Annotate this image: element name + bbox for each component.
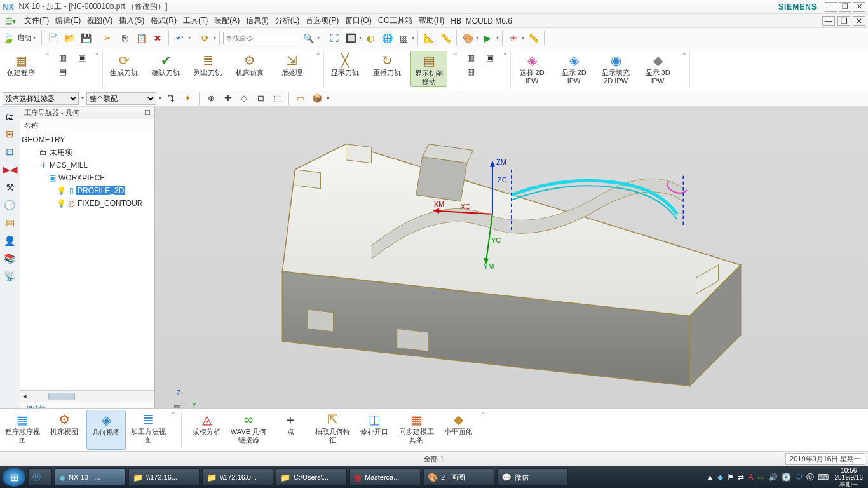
sm-3[interactable]: ▣ bbox=[75, 51, 89, 64]
facet-button[interactable]: ◆小平面化 bbox=[438, 410, 478, 450]
menu-gctoolbox[interactable]: GC工具箱 bbox=[378, 15, 412, 26]
tree-hscroll[interactable]: ◂ bbox=[20, 390, 154, 402]
show-3dipw-button[interactable]: ◆显示 3D IPW bbox=[639, 51, 676, 86]
palette-icon[interactable]: 🎨 bbox=[460, 30, 475, 46]
zoom-icon[interactable]: 🔲 bbox=[343, 30, 358, 46]
repair-opening[interactable]: ◫修补开口 bbox=[355, 410, 394, 450]
sm-2[interactable]: ▤ bbox=[56, 65, 70, 78]
tree-mcs[interactable]: -✛MCS_MILL bbox=[20, 159, 154, 172]
snap2-icon[interactable]: ✚ bbox=[220, 92, 234, 105]
group3-expander[interactable]: » bbox=[452, 51, 458, 57]
sync-model-toolbar[interactable]: ▦同步建模工具条 bbox=[397, 410, 436, 450]
postprocess-button[interactable]: ⇲后处理 bbox=[273, 51, 310, 78]
delete-button[interactable]: ✖ bbox=[150, 30, 165, 46]
tray-nv-icon[interactable]: ▭ bbox=[757, 473, 764, 482]
snap5-icon[interactable]: ⬚ bbox=[270, 92, 284, 105]
menu-prefs[interactable]: 首选项(P) bbox=[306, 15, 339, 26]
show-2dipw-button[interactable]: ◈显示 2D IPW bbox=[555, 51, 592, 86]
menu-window[interactable]: 窗口(O) bbox=[345, 15, 371, 26]
minimize-button[interactable]: — bbox=[825, 2, 837, 12]
copy-button[interactable]: ⎘ bbox=[117, 30, 132, 46]
task-item[interactable]: 💬微信 bbox=[497, 468, 568, 486]
program-order-view[interactable]: ▤程序顺序视图 bbox=[3, 410, 42, 450]
measure2-icon[interactable]: 📏 bbox=[438, 30, 453, 46]
task-item[interactable]: ◆NX 10 - ... bbox=[55, 468, 126, 486]
select-2dipw-button[interactable]: ◈选择 2D IPW bbox=[513, 51, 550, 86]
paste-button[interactable]: 📋 bbox=[133, 30, 149, 46]
create-program-button[interactable]: ▦创建程序 bbox=[3, 51, 39, 78]
group2s-expander[interactable]: » bbox=[94, 51, 100, 57]
task-item[interactable]: 📁\\172.16.0... bbox=[202, 468, 273, 486]
maximize-button[interactable]: ❐ bbox=[839, 2, 851, 12]
rail-part-nav-icon[interactable]: 🗂 bbox=[2, 108, 18, 125]
show-fill-2dipw-button[interactable]: ◉显示填充 2D IPW bbox=[597, 51, 634, 86]
menu-edit[interactable]: 编辑(E) bbox=[55, 15, 81, 26]
group2-expander[interactable]: » bbox=[315, 51, 321, 57]
rail-layers-icon[interactable]: ▤ bbox=[2, 215, 18, 231]
point-button[interactable]: ＋点 bbox=[271, 410, 310, 450]
menu-view[interactable]: 视图(V) bbox=[87, 15, 112, 26]
task-ie[interactable]: ⓔ bbox=[28, 468, 52, 486]
tree-profile3d[interactable]: 💡▯PROFILE_3D bbox=[20, 184, 154, 197]
tray-net-icon[interactable]: ⇄ bbox=[738, 473, 744, 482]
launch-button[interactable]: 🍃 启动 ▾ bbox=[3, 32, 36, 44]
selection-scope[interactable]: 整个装配 bbox=[86, 92, 156, 105]
replay-toolpath-button[interactable]: ↻重播刀轨 bbox=[369, 51, 405, 78]
draft-analysis[interactable]: ◬拔模分析 bbox=[187, 410, 226, 450]
wave-linker[interactable]: ∞WAVE 几何链接器 bbox=[229, 410, 268, 450]
tree-workpiece[interactable]: -▣WORKPIECE bbox=[20, 172, 154, 184]
tray-disk-icon[interactable]: 💽 bbox=[782, 473, 791, 482]
rail-web-icon[interactable]: 📡 bbox=[2, 268, 18, 285]
repeat-drop[interactable]: ▾ bbox=[214, 35, 216, 41]
selection-filter[interactable]: 没有选择过滤器 bbox=[3, 92, 79, 105]
operation-tree[interactable]: GEOMETRY 🗀未用项 -✛MCS_MILL -▣WORKPIECE 💡▯P… bbox=[20, 132, 154, 390]
box-icon[interactable]: ▭ bbox=[294, 92, 308, 105]
new-button[interactable]: 📄 bbox=[45, 30, 60, 46]
green-flag-icon[interactable]: ▶ bbox=[480, 30, 495, 46]
tray-a-icon[interactable]: A bbox=[748, 473, 753, 482]
rail-history-icon[interactable]: 🕑 bbox=[2, 197, 18, 214]
group3s-expander[interactable]: » bbox=[502, 51, 508, 57]
childwin-close[interactable]: ✕ bbox=[853, 16, 865, 26]
tray-def-icon[interactable]: 🛡 bbox=[795, 473, 803, 482]
tree-unused[interactable]: 🗀未用项 bbox=[20, 146, 154, 159]
menu-tools[interactable]: 工具(T) bbox=[183, 15, 208, 26]
bottom-exp1[interactable]: » bbox=[170, 410, 176, 450]
machine-sim-button[interactable]: ⚙机床仿真 bbox=[231, 51, 268, 78]
menu-file[interactable]: 文件(F) bbox=[24, 15, 49, 26]
verify-toolpath-button[interactable]: ✔确认刀轨 bbox=[147, 51, 184, 78]
cut-button[interactable]: ✂ bbox=[100, 30, 116, 46]
pin-icon[interactable]: ☐ bbox=[144, 109, 151, 117]
menu-insert[interactable]: 插入(S) bbox=[119, 15, 144, 26]
menu-assembly[interactable]: 装配(A) bbox=[214, 15, 240, 26]
tray-usb-icon[interactable]: Ⓤ bbox=[806, 472, 814, 483]
start-button[interactable]: ⊞ bbox=[3, 468, 25, 487]
tray-vol-icon[interactable]: 🔊 bbox=[768, 473, 778, 482]
rail-assembly-icon[interactable]: ⊞ bbox=[2, 126, 18, 142]
snap1-icon[interactable]: ⊕ bbox=[204, 92, 218, 105]
show-cut-moves-button[interactable]: ▤显示切削移动 bbox=[410, 51, 447, 87]
bottom-exp2[interactable]: » bbox=[480, 410, 486, 450]
tree-fixedcontour[interactable]: 💡◎FIXED_CONTOUR bbox=[20, 197, 154, 210]
tray-shield-icon[interactable]: ◆ bbox=[717, 473, 723, 482]
rail-constraint-icon[interactable]: ⊟ bbox=[2, 144, 18, 160]
menu-hbmould[interactable]: HB_MOULD M6.6 bbox=[451, 17, 512, 25]
fit-view-icon[interactable]: ⛶ bbox=[327, 30, 342, 46]
tray-clock[interactable]: 10:56 2019/9/16 星期一 bbox=[835, 467, 864, 488]
tray-up-icon[interactable]: ▲ bbox=[707, 473, 714, 482]
sm-4[interactable]: ▥ bbox=[464, 51, 478, 64]
search-go-icon[interactable]: 🔍 bbox=[301, 30, 316, 46]
group1-expander[interactable]: » bbox=[44, 51, 50, 57]
menu-info[interactable]: 信息(I) bbox=[246, 15, 268, 26]
menu-analysis[interactable]: 分析(L) bbox=[275, 15, 300, 26]
globe-icon[interactable]: 🌐 bbox=[379, 30, 395, 46]
repeat-button[interactable]: ⟳ bbox=[198, 30, 213, 46]
tray-flag-icon[interactable]: ⚑ bbox=[727, 473, 734, 482]
3d-viewport[interactable]: ZM ZC XM XC YC YM Z Y X bbox=[155, 107, 868, 430]
sm-1[interactable]: ▥ bbox=[56, 51, 70, 64]
save-button[interactable]: 💾 bbox=[78, 30, 93, 46]
menu-format[interactable]: 格式(R) bbox=[151, 15, 177, 26]
menu-icon[interactable]: ▤▾ bbox=[3, 13, 18, 29]
show-toolpath-button[interactable]: ╳显示刀轨 bbox=[327, 51, 363, 78]
task-item[interactable]: 📁C:\Users\... bbox=[276, 468, 347, 486]
